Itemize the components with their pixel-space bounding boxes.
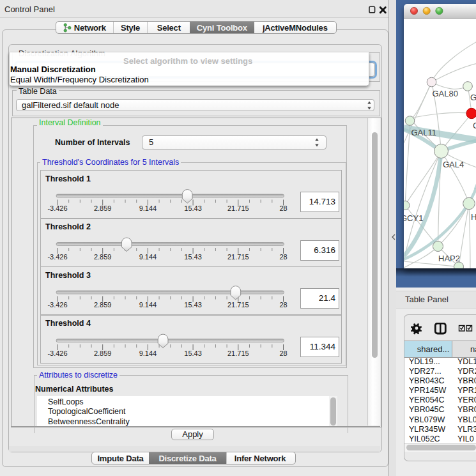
svg-text:21.715: 21.715 <box>227 253 249 261</box>
svg-text:GCY1: GCY1 <box>404 213 423 223</box>
svg-text:28: 28 <box>279 204 287 212</box>
svg-text:21.715: 21.715 <box>227 204 249 212</box>
svg-text:9.144: 9.144 <box>139 349 157 357</box>
svg-text:HAP2: HAP2 <box>438 254 460 263</box>
svg-text:15.43: 15.43 <box>184 253 202 261</box>
svg-text:21.715: 21.715 <box>227 301 249 309</box>
svg-text:2.859: 2.859 <box>94 349 112 357</box>
svg-text:-3.426: -3.426 <box>47 253 67 261</box>
svg-text:2.859: 2.859 <box>94 253 112 261</box>
svg-text:-3.426: -3.426 <box>47 349 67 357</box>
svg-text:15.43: 15.43 <box>184 349 202 357</box>
svg-text:15.43: 15.43 <box>184 204 202 212</box>
svg-text:9.144: 9.144 <box>139 253 157 261</box>
svg-text:2.859: 2.859 <box>94 204 112 212</box>
svg-text:-3.426: -3.426 <box>47 204 67 212</box>
svg-text:GAL11: GAL11 <box>411 128 436 137</box>
svg-text:28: 28 <box>279 301 287 309</box>
svg-text:21.715: 21.715 <box>227 349 249 357</box>
svg-text:-3.426: -3.426 <box>47 301 67 309</box>
svg-text:28: 28 <box>279 253 287 261</box>
svg-text:GAL80: GAL80 <box>432 89 457 98</box>
svg-text:GA: GA <box>470 93 476 102</box>
svg-text:2.859: 2.859 <box>94 301 112 309</box>
svg-text:C: C <box>473 121 476 130</box>
svg-text:28: 28 <box>279 349 287 357</box>
svg-text:9.144: 9.144 <box>139 204 157 212</box>
svg-text:9.144: 9.144 <box>139 301 157 309</box>
svg-text:15.43: 15.43 <box>184 301 202 309</box>
svg-text:H: H <box>471 212 476 222</box>
svg-text:GAL4: GAL4 <box>443 160 464 169</box>
